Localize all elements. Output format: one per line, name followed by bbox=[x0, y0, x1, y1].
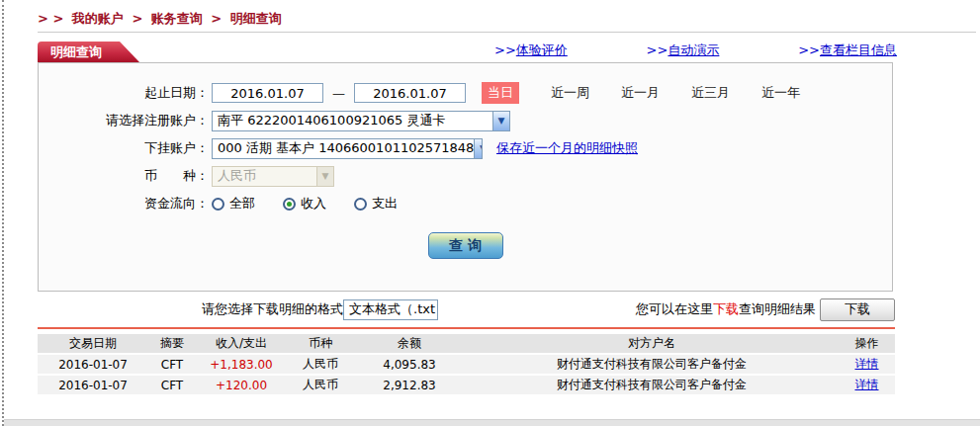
fund-flow-row: 资金流向： 全部 收入 支出 bbox=[39, 190, 892, 217]
link-prefix: >> bbox=[494, 43, 516, 57]
link-prefix: >> bbox=[798, 43, 820, 57]
fund-flow-label: 资金流向： bbox=[39, 195, 212, 213]
registered-account-value: 南平 6222001406100921065 灵通卡 bbox=[218, 112, 445, 129]
table-row: 2016-01-07 CFT +120.00 人民币 2,912.83 财付通支… bbox=[38, 376, 895, 394]
breadcrumb-divider bbox=[38, 32, 976, 33]
download-row: 请您选择下载明细的格式 文本格式（.txt） ▼ 您可以在这里下载查询明细结果 … bbox=[38, 297, 895, 322]
breadcrumb-separator: > bbox=[132, 11, 142, 26]
breadcrumb-item-my-account[interactable]: 我的账户 bbox=[72, 11, 124, 26]
download-inline-link[interactable]: 下载 bbox=[713, 301, 739, 316]
cell-counterparty: 财付通支付科技有限公司客户备付金 bbox=[465, 376, 839, 394]
auto-demo-link[interactable]: >>自动演示 bbox=[647, 42, 720, 59]
query-form-panel: 起止日期： — 当日 近一周 近一月 近三月 近一年 请选择注册账户： 南平 6… bbox=[38, 62, 893, 292]
currency-row: 币 种： 人民币 ▼ bbox=[39, 162, 892, 190]
download-button[interactable]: 下载 bbox=[820, 298, 895, 321]
radio-icon bbox=[212, 198, 224, 211]
download-format-label: 请您选择下载明细的格式 bbox=[202, 300, 343, 318]
date-range-label: 起止日期： bbox=[39, 84, 212, 102]
chevron-down-icon: ▼ bbox=[316, 167, 333, 186]
header-date: 交易日期 bbox=[38, 334, 148, 353]
left-dashed-border bbox=[2, 0, 4, 426]
flow-option-all-label: 全部 bbox=[229, 195, 255, 213]
currency-select-disabled: 人民币 ▼ bbox=[212, 166, 334, 187]
flow-option-expense-label: 支出 bbox=[372, 195, 398, 213]
date-to-input[interactable] bbox=[354, 83, 466, 103]
download-hint: 您可以在这里下载查询明细结果 bbox=[636, 300, 816, 318]
transaction-table: 交易日期 摘要 收入/支出 币种 余额 对方户名 操作 2016-01-07 C… bbox=[38, 332, 895, 396]
flow-option-expense[interactable]: 支出 bbox=[354, 195, 398, 213]
flow-option-income[interactable]: 收入 bbox=[283, 195, 326, 213]
cell-date: 2016-01-07 bbox=[38, 355, 148, 374]
breadcrumb-arrows: > > bbox=[38, 11, 63, 26]
query-button[interactable]: 查 询 bbox=[428, 232, 503, 259]
chevron-down-icon: ▼ bbox=[474, 139, 483, 158]
experience-review-link[interactable]: >>体验评价 bbox=[494, 42, 568, 59]
cell-counterparty: 财付通支付科技有限公司客户备付金 bbox=[465, 355, 839, 374]
breadcrumb-item-account-query[interactable]: 账务查询 bbox=[151, 11, 203, 26]
link-prefix: >> bbox=[647, 43, 668, 57]
date-from-input[interactable] bbox=[212, 83, 323, 103]
cell-amount: +120.00 bbox=[196, 376, 287, 394]
radio-checked-icon bbox=[283, 198, 296, 211]
table-row: 2016-01-07 CFT +1,183.00 人民币 4,095.83 财付… bbox=[38, 355, 895, 374]
quick-range-quarter-link[interactable]: 近三月 bbox=[691, 84, 730, 102]
tab-detail-query[interactable]: 明细查询 bbox=[38, 42, 140, 63]
header-action: 操作 bbox=[839, 334, 895, 353]
cell-balance: 2,912.83 bbox=[354, 376, 465, 394]
cell-currency: 人民币 bbox=[287, 355, 354, 374]
date-range-row: 起止日期： — 当日 近一周 近一月 近三月 近一年 bbox=[39, 79, 892, 107]
quick-range-month-link[interactable]: 近一月 bbox=[621, 84, 660, 102]
currency-label: 币 种： bbox=[39, 167, 212, 185]
registered-account-row: 请选择注册账户： 南平 6222001406100921065 灵通卡 ▼ bbox=[39, 107, 892, 134]
quick-range-year-link[interactable]: 近一年 bbox=[761, 84, 800, 102]
sub-account-label: 下挂账户： bbox=[39, 139, 212, 157]
currency-value: 人民币 bbox=[218, 167, 256, 185]
table-header-row: 交易日期 摘要 收入/支出 币种 余额 对方户名 操作 bbox=[38, 334, 895, 353]
header-currency: 币种 bbox=[287, 334, 354, 353]
sub-account-row: 下挂账户： 000 活期 基本户 1406600101102571848 ▼ 保… bbox=[39, 134, 892, 162]
cell-date: 2016-01-07 bbox=[38, 376, 148, 394]
download-format-value: 文本格式（.txt） bbox=[349, 300, 438, 318]
bottom-bar bbox=[4, 419, 980, 426]
view-column-info-link[interactable]: >>查看栏目信息 bbox=[798, 42, 897, 59]
header-counterparty: 对方户名 bbox=[465, 334, 839, 353]
registered-account-label: 请选择注册账户： bbox=[39, 112, 212, 129]
chevron-down-icon: ▼ bbox=[492, 112, 509, 130]
flow-option-income-label: 收入 bbox=[301, 195, 326, 213]
breadcrumb-item-detail-query[interactable]: 明细查询 bbox=[230, 11, 282, 26]
registered-account-select[interactable]: 南平 6222001406100921065 灵通卡 ▼ bbox=[212, 111, 510, 131]
cell-summary: CFT bbox=[148, 376, 196, 394]
download-format-select[interactable]: 文本格式（.txt） ▼ bbox=[343, 299, 438, 320]
table-top-separator bbox=[38, 327, 895, 329]
cell-currency: 人民币 bbox=[287, 376, 354, 394]
quick-range-today-button[interactable]: 当日 bbox=[482, 82, 519, 104]
download-hint-group: 您可以在这里下载查询明细结果 下载 bbox=[636, 298, 895, 321]
cell-amount: +1,183.00 bbox=[196, 355, 287, 374]
date-range-dash: — bbox=[332, 86, 345, 101]
breadcrumb-separator: > bbox=[211, 11, 222, 26]
sub-account-select[interactable]: 000 活期 基本户 1406600101102571848 ▼ bbox=[212, 138, 483, 159]
flow-option-all[interactable]: 全部 bbox=[212, 195, 255, 213]
cell-balance: 4,095.83 bbox=[354, 355, 465, 374]
quick-range-week-link[interactable]: 近一周 bbox=[551, 84, 589, 102]
header-balance: 余额 bbox=[354, 334, 465, 353]
detail-link[interactable]: 详情 bbox=[855, 357, 879, 371]
radio-icon bbox=[354, 198, 367, 211]
detail-link[interactable]: 详情 bbox=[855, 378, 879, 391]
header-summary: 摘要 bbox=[148, 334, 196, 353]
header-amount: 收入/支出 bbox=[196, 334, 287, 353]
cell-summary: CFT bbox=[148, 355, 196, 374]
detail-query-page: > > 我的账户 > 账务查询 > 明细查询 明细查询 >>体验评价 >>自动演… bbox=[0, 0, 980, 426]
sub-account-value: 000 活期 基本户 1406600101102571848 bbox=[218, 139, 474, 157]
breadcrumb: > > 我的账户 > 账务查询 > 明细查询 bbox=[38, 10, 286, 28]
top-links: >>体验评价 >>自动演示 >>查看栏目信息 bbox=[494, 42, 897, 59]
save-monthly-snapshot-link[interactable]: 保存近一个月的明细快照 bbox=[496, 139, 638, 157]
